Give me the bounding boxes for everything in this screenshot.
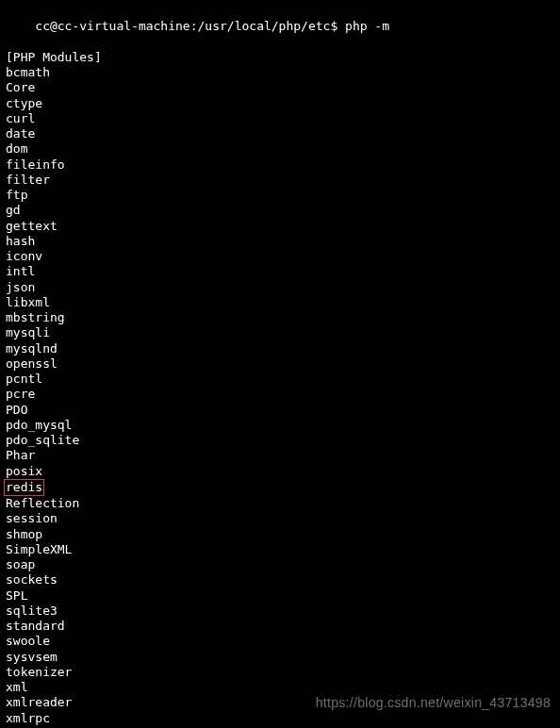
- module-item: mbstring: [6, 310, 554, 325]
- highlighted-module: redis: [4, 479, 44, 496]
- module-item: date: [6, 126, 554, 141]
- module-item: Reflection: [6, 496, 554, 511]
- module-item: filter: [6, 173, 554, 188]
- module-item: pcntl: [6, 372, 554, 387]
- module-item: standard: [6, 619, 554, 634]
- module-item: dom: [6, 141, 554, 157]
- module-item: posix: [6, 464, 554, 479]
- module-item: Core: [6, 80, 554, 95]
- module-item: SPL: [6, 588, 554, 604]
- module-item: libxml: [6, 295, 554, 310]
- prompt-line: cc@cc-virtual-machine:/usr/local/php/etc…: [6, 4, 554, 50]
- module-item: ftp: [6, 188, 554, 203]
- module-item: intl: [6, 264, 554, 279]
- module-item: openssl: [6, 356, 554, 372]
- module-item: pdo_mysql: [6, 418, 554, 433]
- module-item: swoole: [6, 634, 554, 649]
- prompt-path: /usr/local/php/etc: [198, 19, 331, 33]
- module-item: mysqli: [6, 325, 554, 340]
- module-item: sysvsem: [6, 650, 554, 665]
- module-item: ctype: [6, 96, 554, 111]
- prompt-symbol: $: [330, 19, 338, 33]
- module-item: PDO: [6, 403, 554, 418]
- module-item: fileinfo: [6, 157, 554, 173]
- module-item: session: [6, 511, 554, 526]
- module-item: gd: [6, 203, 554, 218]
- module-item: json: [6, 280, 554, 295]
- module-item: xmlreader: [6, 695, 554, 710]
- module-item: shmop: [6, 527, 554, 542]
- module-item: xml: [6, 680, 554, 695]
- module-item: redis: [6, 479, 554, 496]
- command-text: php -m: [345, 19, 389, 33]
- module-item: xmlrpc: [6, 711, 554, 726]
- module-item: curl: [6, 111, 554, 126]
- module-item: tokenizer: [6, 665, 554, 680]
- module-item: sockets: [6, 572, 554, 587]
- module-item: bcmath: [6, 65, 554, 80]
- module-item: SimpleXML: [6, 542, 554, 557]
- php-modules-header: [PHP Modules]: [6, 50, 554, 65]
- module-item: hash: [6, 234, 554, 249]
- prompt-user-host: cc@cc-virtual-machine: [35, 19, 189, 33]
- module-item: soap: [6, 557, 554, 572]
- module-item: pcre: [6, 387, 554, 402]
- module-item: Phar: [6, 448, 554, 463]
- terminal-output[interactable]: cc@cc-virtual-machine:/usr/local/php/etc…: [6, 4, 554, 728]
- module-item: gettext: [6, 219, 554, 234]
- prompt-separator: :: [190, 19, 198, 33]
- modules-list: bcmathCorectypecurldatedomfileinfofilter…: [6, 65, 554, 728]
- module-item: mysqlnd: [6, 341, 554, 356]
- module-item: pdo_sqlite: [6, 433, 554, 448]
- module-item: sqlite3: [6, 604, 554, 619]
- module-item: iconv: [6, 249, 554, 264]
